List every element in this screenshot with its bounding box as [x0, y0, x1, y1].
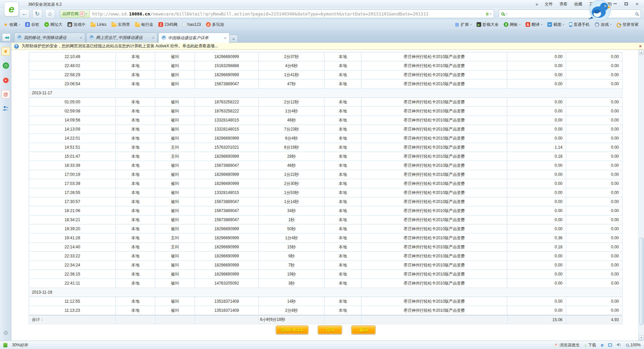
bookmark-item-folder[interactable]: Links: [91, 22, 106, 27]
activex-notification-bar[interactable]: ? 为帮助保护您的安全，您的网页浏览器已经阻止此站点在您的计算机上安装 Acti…: [11, 43, 644, 50]
menu-favorites[interactable]: 收藏: [574, 1, 582, 7]
bookmark-item-n2345[interactable]: 22345网: [158, 22, 178, 28]
bookmark-item-sitehub[interactable]: +网址大: [44, 22, 62, 28]
table-cell: 15763201021: [195, 143, 259, 152]
table-cell: 枣庄神州行轻松卡2010版产品资费: [361, 107, 507, 115]
browser-360-logo[interactable]: e: [4, 2, 19, 16]
close-button[interactable]: ×: [632, 1, 642, 7]
bookmark-item-games[interactable]: ◉游戏▾: [595, 22, 611, 28]
status-item-browser-e[interactable]: e: [601, 342, 604, 348]
table-cell: [361, 315, 507, 324]
refresh-button[interactable]: ↻: [32, 9, 42, 18]
table-row: 17:26:55本地被叫133281480151分53秒本地枣庄神州行轻松卡20…: [29, 188, 623, 197]
status-item-download[interactable]: ↓下载: [585, 342, 596, 348]
menu-view[interactable]: 查看: [559, 1, 567, 7]
status-item-speaker[interactable]: [617, 343, 621, 348]
bookmark-item-duowan[interactable]: d多玩游: [206, 22, 224, 28]
new-tab-button[interactable]: +: [229, 35, 238, 43]
table-row: 19:41:28本地主叫182966909991分4秒本地枣庄神州行轻松卡201…: [29, 234, 623, 243]
table-cell: 本地: [116, 80, 155, 88]
bookmark-item-screenshot[interactable]: ✂截图▾: [547, 22, 564, 28]
menu-file[interactable]: 文件: [545, 1, 553, 7]
table-cell: 0.00: [507, 161, 566, 170]
scroll-up-icon[interactable]: ▲: [639, 50, 644, 55]
tab-close-icon[interactable]: ×: [224, 36, 227, 41]
table-cell: 本地: [325, 243, 361, 251]
vertical-scrollbar[interactable]: ▲ ▼: [638, 50, 644, 341]
assistant-bird-mascot[interactable]: [583, 0, 617, 21]
bird-icon: [583, 0, 617, 21]
bookmark-item-google[interactable]: 8谷歌: [25, 22, 39, 28]
table-cell: 被叫: [155, 197, 195, 206]
tab-1[interactable]: 我的移动_中国移动通信×: [14, 33, 85, 43]
bookmark-item-key[interactable]: 登录管家: [616, 22, 639, 28]
bookmark-item-movies[interactable]: ▶影视大全: [477, 22, 499, 28]
search-engine-icon[interactable]: [501, 12, 504, 15]
praise-thumb-icon[interactable]: [3, 343, 7, 347]
export-excel-button[interactable]: 导出EXCEL: [276, 326, 308, 334]
sidebar-contacts-button[interactable]: [1, 104, 10, 113]
table-cell: 0.00: [507, 188, 566, 197]
search-engine-dropdown-icon[interactable]: ▾: [506, 12, 507, 15]
table-cell: 0.00: [507, 125, 566, 134]
sidebar-history-button[interactable]: ◷: [1, 61, 10, 70]
tab-3[interactable]: 中国移动通信客户详单×: [158, 33, 230, 43]
bookmark-item-ebank[interactable]: ¥网银▾: [504, 22, 521, 28]
table-cell: 4.93: [566, 315, 623, 324]
chevron-down-icon[interactable]: ▾: [541, 23, 542, 26]
bookmark-item-folder[interactable]: 实用查: [111, 22, 130, 28]
print-button[interactable]: 打印: [318, 326, 342, 334]
bookmark-item-phone[interactable]: 直通手机: [569, 22, 590, 28]
menu-overflow-chevron-icon[interactable]: »: [536, 2, 538, 7]
chevron-down-icon[interactable]: ▾: [563, 23, 564, 26]
table-cell: 本地: [116, 179, 155, 188]
back-page-button[interactable]: 返回: [351, 326, 376, 334]
chevron-down-icon[interactable]: ▾: [19, 23, 20, 26]
sidebar-collapse-button[interactable]: ◀◀: [2, 33, 11, 41]
url-domain: 10086.cn: [129, 11, 150, 16]
home-button[interactable]: ⌂: [45, 9, 55, 18]
table-cell: 02:59:08: [29, 107, 116, 115]
table-cell: 本地: [325, 152, 361, 161]
restore-button[interactable]: [621, 1, 631, 7]
chevron-down-icon[interactable]: ▾: [86, 12, 87, 15]
tab-2[interactable]: 网上营业厅_中国移动通信×: [86, 33, 157, 43]
tab-close-icon[interactable]: ×: [152, 35, 154, 40]
chevron-down-icon[interactable]: ▾: [519, 23, 521, 26]
bookmark-item-extensions[interactable]: ⊞扩展▾: [455, 22, 472, 28]
search-box[interactable]: ▾: [499, 9, 641, 18]
table-cell: 被叫: [155, 134, 195, 143]
bookmark-item-haopage[interactable]: hao123: [183, 22, 201, 27]
table-cell: 被叫: [155, 80, 195, 88]
table-cell: 46秒: [259, 161, 325, 170]
bookmark-item-translate[interactable]: A翻译▾: [526, 22, 542, 28]
table-cell: 0.00: [507, 170, 566, 179]
tab-close-icon[interactable]: ×: [80, 35, 82, 40]
scroll-down-icon[interactable]: ▼: [639, 335, 644, 340]
sidebar-favorites-button[interactable]: ★: [1, 47, 10, 56]
scrollbar-thumb[interactable]: [639, 238, 644, 325]
status-item-doctor[interactable]: +浏览器医生: [554, 342, 580, 348]
sidebar-video-button[interactable]: ●: [1, 76, 10, 85]
table-cell: 本地: [325, 270, 361, 279]
bookmark-item-star[interactable]: ★收藏▾: [3, 22, 20, 28]
praise-label[interactable]: 30%好评: [12, 342, 28, 348]
search-go-icon[interactable]: [635, 12, 638, 15]
url-text[interactable]: http://www.sd.10086.cn/newecare/billDeta…: [90, 11, 486, 16]
notification-close-icon[interactable]: ×: [639, 44, 642, 49]
status-item-zoom[interactable]: 100%: [626, 343, 641, 347]
brand-site-badge[interactable]: 品牌官网 证 ▾: [60, 10, 90, 18]
bookmark-item-folder[interactable]: 银行金: [135, 22, 153, 28]
sidebar-mail-button[interactable]: @: [1, 90, 10, 99]
notification-text[interactable]: 为帮助保护您的安全，您的网页浏览器已经阻止此站点在您的计算机上安装 Active…: [21, 43, 218, 49]
browser-e-icon[interactable]: e: [486, 11, 489, 16]
bookmark-item-gamecenter[interactable]: ▦游戏中: [67, 22, 86, 28]
chevron-down-icon[interactable]: ▾: [470, 23, 472, 26]
address-bar[interactable]: 品牌官网 证 ▾ http://www.sd.10086.cn/newecare…: [60, 9, 494, 18]
status-item-windows[interactable]: [608, 343, 612, 347]
back-button[interactable]: ←: [19, 9, 30, 18]
sidebar-settings-button[interactable]: ⚙: [1, 329, 10, 337]
url-dropdown-icon[interactable]: ▾: [490, 12, 491, 15]
table-cell: 本地: [325, 297, 361, 306]
chevron-down-icon[interactable]: ▾: [610, 23, 611, 26]
